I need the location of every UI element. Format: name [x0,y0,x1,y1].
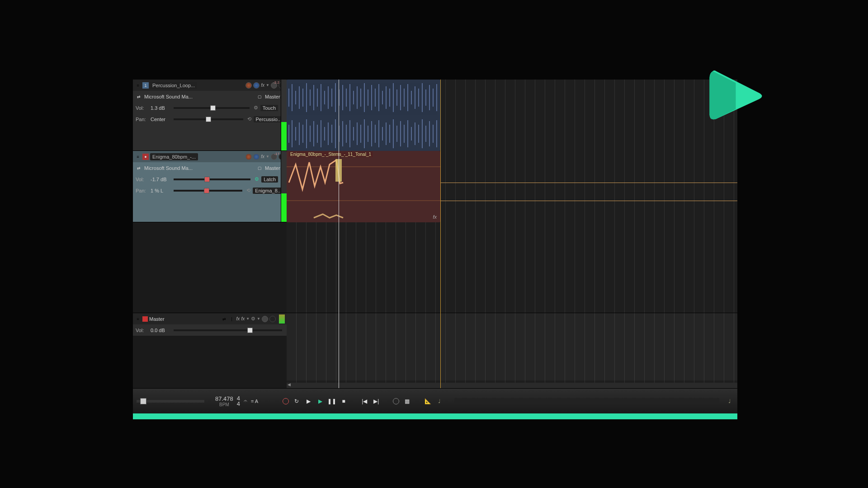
record-button[interactable] [283,398,289,404]
pan-label-1: Pan: [136,117,148,122]
master-record-indicator[interactable] [142,316,148,322]
gear-icon[interactable]: ⚙ [255,176,259,182]
track-name-2[interactable]: Enigma_80bpm_-... [150,153,198,160]
bpm-label: BPM [215,402,233,407]
link-icon[interactable]: ⟲ [247,116,251,122]
link-icon[interactable]: ⟲ [246,188,250,193]
grid-button[interactable]: ▦ [403,397,411,405]
fx-label-clip[interactable]: fx [433,214,437,220]
chevron-down-icon[interactable]: ▼ [257,317,260,321]
pan-label-2: Pan: [136,188,148,193]
vol-value-1: 1.3 dB [151,105,170,111]
bus-icon: ▢ [256,94,263,100]
meter-track1 [281,80,287,150]
bpm-value[interactable]: 87.478 [215,395,233,402]
clip-percussion[interactable] [287,80,440,151]
fx-icon[interactable]: fx [236,316,240,321]
chevron-down-icon[interactable]: ▼ [266,83,269,87]
pan-slider-2[interactable] [174,190,242,192]
track-menu-icon[interactable]: ≡ [135,316,141,322]
loop-end-marker[interactable] [440,80,441,388]
vol-value-2: -1.7 dB [151,177,170,182]
waveform-enigma [287,151,440,222]
arm-record-icon[interactable] [245,82,252,89]
daw-window: -3.2 ≡ 1 Percussion_Loop... fx ▼ ⇄ Micro… [133,80,737,425]
tempo-slider[interactable] [137,400,204,403]
dim-icon[interactable] [269,316,276,322]
gear-icon[interactable]: ⚙ [254,105,258,111]
master-volume-slider[interactable] [174,329,282,331]
pan-value-2: 1 % L [151,188,170,193]
record-mode-button[interactable] [393,398,399,404]
monitor-icon[interactable] [253,154,259,160]
mute-icon[interactable] [262,316,268,322]
play-start-button[interactable]: ▶ [316,397,324,405]
track-number-1[interactable]: 1 [142,82,149,89]
insert-icon[interactable]: | [229,316,235,322]
skip-back-button[interactable]: |◀ [360,397,368,405]
master-timeline-lane[interactable] [287,313,737,380]
output-device-1[interactable]: Microsoft Sound Ma... [144,94,254,99]
scroll-left-icon[interactable]: ◀ [288,382,291,387]
automation-target-1[interactable]: Percussio... [254,116,284,122]
clip-enigma[interactable]: Enigma_80bpm_-_Stems_-_11_Tonal_1 fx [287,151,440,222]
automation-target-2[interactable]: Enigma_8... [253,188,284,194]
playhead[interactable] [339,80,339,388]
pan-value-1: Center [151,117,170,122]
waveform-percussion [287,80,440,151]
stop-button[interactable]: ■ [340,397,348,405]
brand-play-logo [703,63,769,131]
master-vol-value: 0.0 dB [151,328,170,333]
fx-icon[interactable]: fx [261,154,264,159]
transport-spacer [454,398,719,404]
routing-icon[interactable]: ⇄ [136,94,142,100]
track-percussion[interactable]: -3.2 ≡ 1 Percussion_Loop... fx ▼ ⇄ Micro… [133,80,287,151]
fx-icon[interactable]: fx [261,83,264,88]
track-menu-icon[interactable]: ≡ [135,154,141,160]
track-name-1[interactable]: Percussion_Loop... [150,82,197,89]
envelope-line-2[interactable] [440,201,737,201]
chevron-down-icon[interactable]: ▼ [266,155,269,159]
play-button[interactable]: ▶ [304,397,312,405]
output-device-2[interactable]: Microsoft Sound Ma... [144,165,254,171]
brand-accent-bar [133,413,737,419]
master-meter [279,314,285,324]
timeline[interactable]: Enigma_80bpm_-_Stems_-_11_Tonal_1 fx [287,80,737,388]
fx-chain-icon[interactable]: fx [241,316,245,321]
loop-button[interactable]: ↻ [292,397,301,405]
meter-peak-2: -17 [274,152,279,156]
time-signature[interactable]: 4 4 [237,396,240,407]
routing-icon[interactable]: ⇄ [221,316,227,322]
envelope-line-1[interactable] [440,183,737,183]
gear-icon[interactable]: ⚙ [251,316,255,322]
track-menu-icon[interactable]: ≡ [135,82,141,89]
monitor-icon[interactable] [253,82,259,89]
count-in-button[interactable]: ♩ [435,397,443,405]
meter-peak-1: -3.2 [273,80,279,84]
tuning-fork-icon[interactable]: 𝄐 [244,397,247,405]
metronome-button[interactable]: 📐 [424,397,432,405]
master-name[interactable]: Master [149,316,168,322]
vol-label-2: Vol: [136,177,148,182]
track-record-indicator[interactable]: ● [142,154,149,160]
chevron-down-icon[interactable]: ▼ [246,317,250,321]
track-enigma[interactable]: -17 ≡ ● Enigma_80bpm_-... fx ▼ ⇄ Microso… [133,151,287,222]
horizontal-scrollbar[interactable]: ◀ [287,383,737,388]
automation-mode-1[interactable]: Touch [260,105,278,111]
clip-label-enigma: Enigma_80bpm_-_Stems_-_11_Tonal_1 [288,151,373,157]
empty-track-area[interactable] [133,222,287,313]
meter-track2 [281,151,287,222]
bus-icon: ▢ [256,165,263,171]
pause-button[interactable]: ❚❚ [328,397,336,405]
volume-slider-1[interactable] [174,107,250,109]
key-label[interactable]: = A [251,399,258,404]
metronome-toggle-icon[interactable]: ♩ [726,397,734,405]
master-vol-label: Vol: [136,328,148,333]
volume-slider-2[interactable] [174,178,250,180]
pan-slider-1[interactable] [174,118,243,120]
routing-icon[interactable]: ⇄ [136,165,142,171]
transport-bar: 87.478 BPM 4 4 𝄐 = A ↻ ▶ ▶ ❚❚ ■ |◀ ▶| ▦ … [133,388,737,413]
automation-mode-2[interactable]: Latch [261,176,278,183]
skip-forward-button[interactable]: ▶| [372,397,380,405]
arm-record-icon[interactable] [245,154,252,160]
